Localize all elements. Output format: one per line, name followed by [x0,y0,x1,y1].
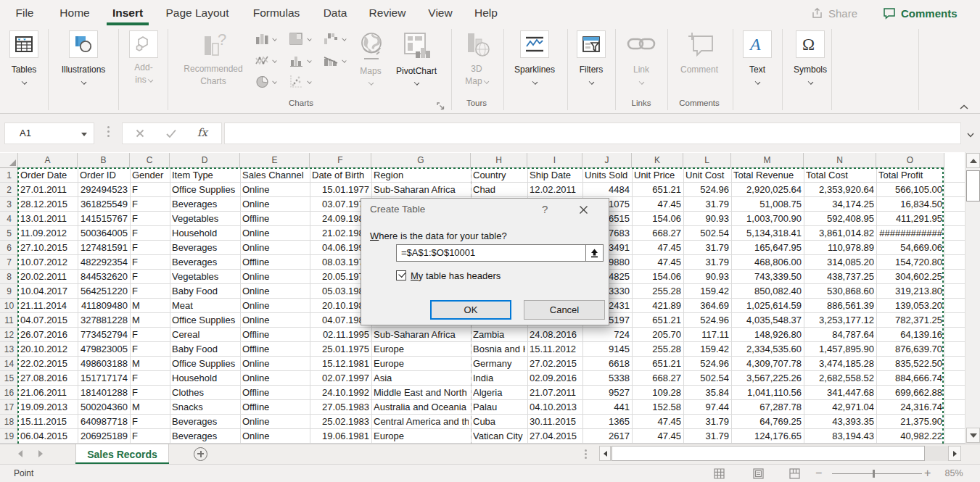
column-header-H[interactable]: H [471,153,527,168]
cell[interactable]: 15.01.1977 [312,183,369,197]
cell[interactable]: 2,920,025.64 [733,183,802,197]
cell[interactable]: 1,041,110.56 [733,386,802,400]
cell[interactable]: Online [242,299,308,313]
dialog-help-button[interactable]: ? [542,203,548,215]
cell[interactable]: 31.79 [685,415,729,429]
cell[interactable]: 304,602.25 [878,270,942,284]
cell[interactable]: 26.07.2016 [20,328,75,342]
cell[interactable]: 524.96 [685,183,729,197]
cell[interactable]: Online [242,313,308,328]
cell[interactable]: 25.02.1983 [312,415,369,429]
share-button[interactable]: Share [811,4,857,22]
row-header-8[interactable]: 8 [0,270,18,284]
cell[interactable]: 886,561.39 [806,299,874,313]
cell[interactable]: Offline [242,255,308,270]
cell[interactable]: 47.45 [634,415,681,429]
horizontal-scroll-thumb[interactable] [612,446,925,461]
cell[interactable]: 64,139.16 [878,328,942,342]
normal-view-button[interactable] [714,468,725,482]
headers-checkbox[interactable] [396,270,406,281]
cell[interactable]: 10.07.2012 [20,255,75,270]
cell[interactable]: Online [242,226,308,241]
cell[interactable]: 15.11.2012 [530,342,580,357]
cell[interactable]: Offline [242,386,308,400]
cell[interactable]: Offline [242,342,308,357]
cell[interactable]: 255.28 [634,342,681,357]
tab-review[interactable]: Review [363,0,412,26]
cell[interactable]: Chad [473,183,525,197]
cell[interactable]: Ship Date [530,168,580,183]
cell[interactable]: 19.09.2013 [20,400,75,415]
cell[interactable]: 314,085.20 [806,255,874,270]
hscroll-right-button[interactable] [948,446,961,461]
column-header-N[interactable]: N [804,153,876,168]
row-header-14[interactable]: 14 [0,357,18,371]
cell[interactable]: Zambia [473,328,525,342]
tab-view[interactable]: View [419,0,461,26]
cell[interactable]: Household [172,226,238,241]
row-header-3[interactable]: 3 [0,197,18,212]
cell[interactable]: 154.06 [634,270,681,284]
cell[interactable]: 782,371.25 [878,313,942,328]
cell[interactable]: Online [242,357,308,371]
cell[interactable]: 255.28 [634,284,681,299]
cell[interactable]: Beverages [172,429,238,444]
cell[interactable]: Item Type [172,168,238,183]
cell[interactable]: 530,868.60 [806,284,874,299]
tab-file[interactable]: File [10,0,39,26]
cell[interactable]: 117.11 [685,328,729,342]
cell[interactable]: F [132,270,168,284]
cell[interactable]: Europe [374,429,469,444]
cell[interactable]: Units Sold [585,168,630,183]
cancel-entry-button[interactable] [135,128,145,141]
cell[interactable]: F [132,255,168,270]
cell[interactable]: 502.54 [685,371,729,386]
cell[interactable]: M [132,400,168,415]
cell[interactable]: 25.01.1975 [312,342,369,357]
cell[interactable]: 3,253,177.12 [806,313,874,328]
enter-entry-button[interactable] [165,128,177,141]
cell[interactable]: Unit Price [634,168,681,183]
cell[interactable]: 159.42 [685,284,729,299]
cell[interactable]: Order Date [20,168,75,183]
row-header-7[interactable]: 7 [0,255,18,270]
cell[interactable]: Beverages [172,255,238,270]
cell[interactable]: Offline [242,212,308,226]
insert-statistic-chart-button[interactable] [289,54,305,67]
cell[interactable]: F [132,226,168,241]
cell[interactable]: Total Revenue [733,168,802,183]
filters-button[interactable] [577,30,606,58]
cell[interactable]: Beverages [172,197,238,212]
vertical-scrollbar[interactable] [965,152,980,444]
row-header-16[interactable]: 16 [0,386,18,400]
tab-scroll-divider-dots[interactable] [585,449,587,460]
zoom-in-button[interactable]: + [924,467,934,480]
collapse-ribbon-button[interactable] [959,101,969,108]
cell[interactable]: 154,720.80 [878,255,942,270]
cell[interactable]: Online [242,183,308,197]
column-header-A[interactable]: A [18,153,78,168]
cell[interactable]: 3,861,014.82 [806,226,874,241]
scroll-up-button[interactable] [966,153,980,168]
cell[interactable]: 11.09.2012 [20,226,75,241]
column-header-G[interactable]: G [371,153,471,168]
insert-pie-chart-button[interactable] [255,75,271,88]
dialog-close-button[interactable] [579,205,588,215]
cell[interactable]: 30.11.2015 [530,415,580,429]
cell[interactable]: 151717174 [80,371,128,386]
tables-button[interactable] [9,30,38,58]
cell[interactable]: 361825549 [80,197,128,212]
cell[interactable]: 64,769.25 [733,415,802,429]
cell[interactable]: 27.05.1983 [312,400,369,415]
cell[interactable]: 67,287.78 [733,400,802,415]
cell[interactable]: 592,408.95 [806,212,874,226]
cell[interactable]: 27.02.2015 [530,357,580,371]
cell[interactable]: F [132,183,168,197]
insert-function-button[interactable]: fx [197,126,207,139]
cell[interactable]: 20.02.2011 [20,270,75,284]
row-header-6[interactable]: 6 [0,241,18,255]
cell[interactable]: 411,291.95 [878,212,942,226]
cell[interactable]: 28.12.2015 [20,197,75,212]
recommended-charts-button[interactable]: ? [200,32,229,62]
cell[interactable]: 566,105.00 [878,183,942,197]
